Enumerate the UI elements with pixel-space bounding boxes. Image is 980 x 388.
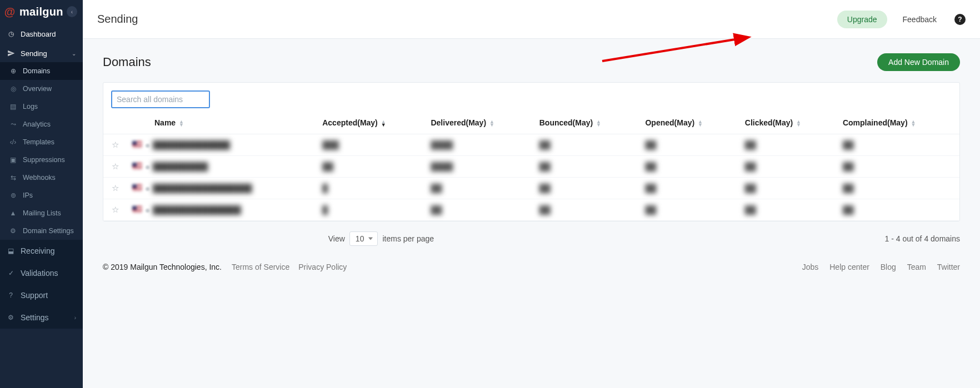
- cell-bounced: ██: [539, 162, 562, 171]
- sidebar-item-label: IPs: [23, 192, 33, 199]
- send-icon: [7, 49, 15, 58]
- page-title: Domains: [103, 55, 151, 69]
- pager-view-label: View: [328, 234, 345, 243]
- sidebar-item-ips[interactable]: ⊚ IPs: [0, 187, 83, 204]
- col-bounced[interactable]: Bounced(May) ▲▼: [534, 112, 640, 134]
- footer-link-help[interactable]: Help center: [829, 263, 869, 271]
- cell-accepted: █: [322, 205, 344, 214]
- status-dot-icon: [146, 187, 149, 191]
- main-area: Sending Upgrade Feedback ? Domains Add N…: [83, 0, 980, 388]
- star-icon[interactable]: ☆: [112, 140, 119, 149]
- domains-table: Name ▲▼ Accepted(May) ▲▼ Delivered(May) …: [103, 112, 959, 221]
- gear-icon: ⚙: [9, 227, 17, 235]
- ip-icon: ⊚: [9, 192, 17, 200]
- footer-link-blog[interactable]: Blog: [881, 263, 896, 271]
- cell-accepted: █: [322, 184, 344, 193]
- cell-clicked: ██: [745, 184, 767, 193]
- cell-delivered: ████: [431, 162, 453, 171]
- brand-logo[interactable]: @ mailgun ‹: [0, 0, 83, 23]
- sidebar-item-validations[interactable]: ✓ Validations: [0, 262, 83, 284]
- help-icon: ?: [7, 291, 15, 300]
- sidebar-item-label: Dashboard: [21, 30, 56, 38]
- col-opened[interactable]: Opened(May) ▲▼: [639, 112, 739, 134]
- sidebar-item-analytics[interactable]: ⤳ Analytics: [0, 115, 83, 133]
- sidebar-item-overview[interactable]: ◎ Overview: [0, 80, 83, 98]
- search-row: [103, 83, 959, 112]
- per-page-select[interactable]: 10: [349, 231, 378, 246]
- col-complained[interactable]: Complained(May) ▲▼: [837, 112, 959, 134]
- star-icon[interactable]: ☆: [112, 162, 119, 171]
- flag-icon: [132, 163, 142, 169]
- sidebar-item-settings[interactable]: ⚙ Settings ›: [0, 306, 83, 329]
- help-icon[interactable]: ?: [954, 14, 966, 25]
- col-clicked[interactable]: Clicked(May) ▲▼: [739, 112, 837, 134]
- domains-card: Name ▲▼ Accepted(May) ▲▼ Delivered(May) …: [103, 82, 960, 221]
- cell-clicked: ██: [745, 205, 767, 214]
- sidebar-item-mailing-lists[interactable]: ▲ Mailing Lists: [0, 204, 83, 222]
- col-accepted[interactable]: Accepted(May) ▲▼: [317, 112, 425, 134]
- status-dot-icon: [146, 165, 149, 169]
- user-icon: ▲: [9, 209, 17, 218]
- chevron-left-icon: ‹: [71, 9, 73, 15]
- globe-icon: ⊕: [9, 67, 17, 75]
- sidebar-item-suppressions[interactable]: ▣ Suppressions: [0, 151, 83, 169]
- sort-icon: ▲▼: [596, 120, 601, 127]
- sidebar-item-support[interactable]: ? Support: [0, 284, 83, 306]
- add-new-domain-button[interactable]: Add New Domain: [877, 53, 960, 71]
- flag-icon: [132, 184, 142, 191]
- sidebar-item-label: Settings: [21, 313, 49, 322]
- footer-link-privacy[interactable]: Privacy Policy: [298, 263, 347, 271]
- star-icon[interactable]: ☆: [112, 183, 119, 193]
- footer: © 2019 Mailgun Technologies, Inc. Terms …: [83, 253, 980, 294]
- table-row[interactable]: ☆█████████████████████████████: [103, 178, 959, 199]
- sidebar-item-label: Templates: [23, 138, 54, 146]
- sidebar-item-label: Support: [21, 291, 48, 300]
- col-delivered[interactable]: Delivered(May) ▲▼: [425, 112, 533, 134]
- sidebar-item-label: Domain Settings: [23, 227, 74, 235]
- sort-icon: ▲▼: [489, 120, 494, 127]
- upgrade-button[interactable]: Upgrade: [837, 11, 887, 28]
- domain-name: ██████████████: [153, 140, 242, 149]
- search-input[interactable]: [111, 90, 210, 108]
- sidebar-item-domains[interactable]: ⊕ Domains: [0, 62, 83, 80]
- footer-link-team[interactable]: Team: [907, 263, 926, 271]
- sidebar-collapse-button[interactable]: ‹: [67, 6, 77, 17]
- topbar: Sending Upgrade Feedback ?: [83, 0, 980, 39]
- footer-link-terms[interactable]: Terms of Service: [232, 263, 289, 271]
- table-row[interactable]: ☆████████████████████████: [103, 156, 959, 178]
- sidebar-item-dashboard[interactable]: ◷ Dashboard: [0, 25, 83, 43]
- sidebar-item-sending[interactable]: Sending ⌄: [0, 44, 83, 62]
- feedback-button[interactable]: Feedback: [893, 11, 947, 28]
- sidebar-item-receiving[interactable]: ⬓ Receiving: [0, 240, 83, 262]
- flag-icon: [132, 141, 142, 148]
- sidebar-item-label: Receiving: [21, 246, 54, 255]
- table-row[interactable]: ☆█████████████████████████████: [103, 134, 959, 156]
- star-icon[interactable]: ☆: [112, 205, 119, 214]
- cell-clicked: ██: [745, 162, 767, 171]
- pager-summary: 1 - 4 out of 4 domains: [885, 234, 960, 243]
- sort-icon: ▲▼: [179, 120, 184, 127]
- cell-complained: ██: [843, 140, 865, 149]
- logo-at-icon: @: [3, 5, 16, 18]
- sidebar-item-label: Webhooks: [23, 174, 56, 182]
- footer-link-twitter[interactable]: Twitter: [937, 263, 960, 271]
- col-name[interactable]: Name ▲▼: [127, 112, 317, 134]
- sidebar-item-label: Suppressions: [23, 156, 65, 164]
- sort-icon: ▲▼: [911, 120, 916, 127]
- cell-delivered: ██: [431, 184, 453, 193]
- sidebar-item-logs[interactable]: ▤ Logs: [0, 98, 83, 115]
- chevron-right-icon: ›: [74, 315, 76, 321]
- topbar-title: Sending: [97, 13, 138, 26]
- page-header: Domains Add New Domain: [103, 53, 960, 71]
- sidebar-item-webhooks[interactable]: ⇆ Webhooks: [0, 169, 83, 187]
- code-icon: ‹/›: [9, 138, 17, 147]
- sidebar-nav: ◷ Dashboard Sending ⌄ ⊕ Domains ◎ Overvi…: [0, 23, 83, 329]
- cell-complained: ██: [843, 205, 865, 214]
- sidebar-item-templates[interactable]: ‹/› Templates: [0, 133, 83, 151]
- stop-icon: ▣: [9, 156, 17, 164]
- sidebar-item-domain-settings[interactable]: ⚙ Domain Settings: [0, 222, 83, 240]
- page-content: Domains Add New Domain Name ▲▼ Accepte: [83, 39, 980, 253]
- table-row[interactable]: ☆███████████████████████████: [103, 199, 959, 221]
- cell-bounced: ██: [539, 205, 562, 214]
- footer-link-jobs[interactable]: Jobs: [802, 263, 819, 271]
